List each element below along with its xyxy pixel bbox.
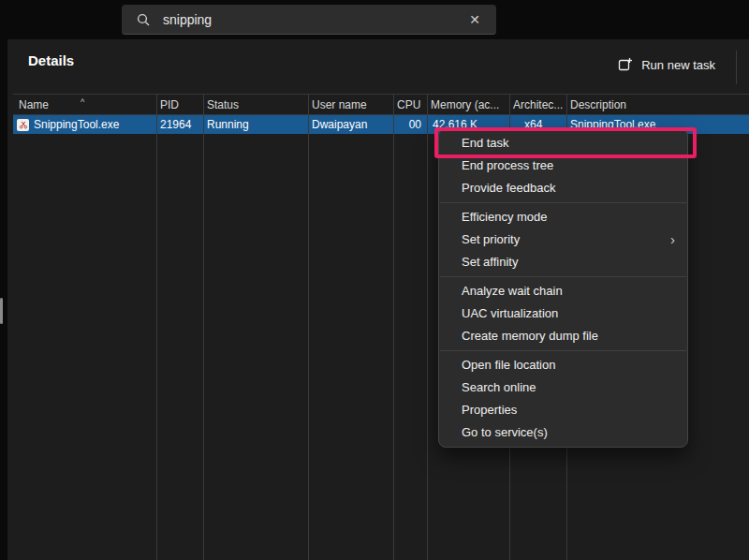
process-user-name: Dwaipayan: [308, 115, 393, 134]
column-separator: [308, 95, 309, 560]
run-new-task-button[interactable]: Run new task: [610, 49, 723, 81]
search-box[interactable]: ✕: [122, 5, 496, 35]
submenu-chevron-icon: ›: [670, 228, 675, 251]
search-icon: [137, 13, 150, 26]
context-menu: End task End process tree Provide feedba…: [438, 128, 688, 448]
menu-separator: [440, 350, 686, 351]
process-name: SnippingTool.exe: [34, 115, 119, 134]
menu-item-open-file-location[interactable]: Open file location: [439, 354, 687, 376]
column-header-status[interactable]: Status: [203, 95, 308, 114]
snipping-tool-icon: [17, 119, 29, 131]
menu-item-analyze-wait-chain[interactable]: Analyze wait chain: [439, 280, 687, 302]
sort-ascending-icon: ^: [81, 95, 84, 112]
run-new-task-label: Run new task: [641, 58, 715, 72]
column-separator: [156, 95, 157, 560]
process-pid: 21964: [156, 115, 203, 134]
column-header-name[interactable]: ^ Name: [13, 95, 156, 114]
search-input[interactable]: [163, 12, 466, 27]
run-new-task-icon: [618, 57, 633, 72]
menu-item-efficiency-mode[interactable]: Efficiency mode: [439, 206, 687, 228]
column-separator: [427, 95, 428, 560]
column-separator: [393, 95, 394, 560]
menu-separator: [440, 202, 686, 203]
table-header-row: ^ Name PID Status User name CPU Memory (…: [13, 95, 749, 115]
toolbar-separator: [736, 51, 737, 84]
clear-search-icon[interactable]: ✕: [466, 12, 483, 27]
menu-item-search-online[interactable]: Search online: [439, 376, 687, 399]
title-bar: ✕: [0, 0, 749, 39]
menu-item-set-affinity[interactable]: Set affinity: [439, 251, 687, 273]
column-header-architecture[interactable]: Architec...: [509, 95, 566, 114]
menu-item-provide-feedback[interactable]: Provide feedback: [439, 177, 687, 199]
menu-item-uac-virtualization[interactable]: UAC virtualization: [439, 302, 687, 325]
task-manager-window: ✕ Details Run new task ^ Name: [0, 0, 749, 560]
column-header-pid[interactable]: PID: [156, 95, 203, 114]
page-title: Details: [28, 52, 74, 68]
menu-separator: [440, 276, 686, 277]
column-header-description[interactable]: Description: [566, 95, 749, 114]
menu-item-create-memory-dump-file[interactable]: Create memory dump file: [439, 325, 687, 347]
menu-item-end-task[interactable]: End task: [439, 132, 687, 155]
menu-item-set-priority[interactable]: Set priority ›: [439, 228, 687, 251]
menu-item-go-to-services[interactable]: Go to service(s): [439, 421, 687, 444]
menu-item-end-process-tree[interactable]: End process tree: [439, 155, 687, 177]
menu-item-properties[interactable]: Properties: [439, 399, 687, 421]
column-header-cpu[interactable]: CPU: [393, 95, 427, 114]
column-header-memory[interactable]: Memory (ac...: [427, 95, 509, 114]
process-cpu: 00: [393, 115, 427, 134]
process-name-cell: SnippingTool.exe: [13, 115, 156, 134]
column-header-user-name[interactable]: User name: [308, 95, 393, 114]
process-status: Running: [203, 115, 308, 134]
left-edge-indicator: [0, 298, 3, 324]
column-separator: [203, 95, 204, 560]
